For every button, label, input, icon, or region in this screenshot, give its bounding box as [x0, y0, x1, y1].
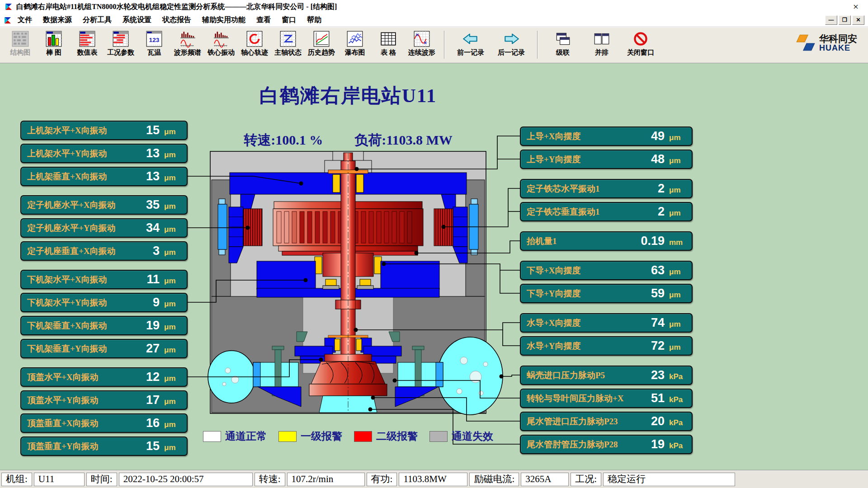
measurement-value: 74 [637, 316, 665, 330]
toolbar-button[interactable]: 历史趋势 [305, 30, 338, 57]
measurement-box[interactable]: 尾水管进口压力脉动P23 20 kPa [520, 412, 693, 431]
toolbar-button[interactable]: 数值表 [71, 30, 104, 57]
toolbar-separator [444, 31, 445, 59]
measurement-box[interactable]: 定子机座垂直+X向振动 3 μm [20, 241, 188, 261]
measurement-box[interactable]: 下机架垂直+Y向振动 27 μm [20, 339, 188, 358]
menu-item[interactable]: 窗口 [277, 14, 301, 26]
menu-item[interactable]: 分析工具 [78, 14, 117, 26]
menu-item[interactable]: 文件 [13, 14, 37, 26]
measurement-box[interactable]: 定子铁芯垂直振动1 2 μm [520, 202, 693, 221]
measurement-box[interactable]: 下导+Y向摆度 59 μm [520, 284, 693, 303]
measurement-box[interactable]: 尾水管肘管压力脉动P28 19 kPa [520, 435, 693, 454]
measurement-box[interactable]: 顶盖水平+Y向振动 17 μm [20, 390, 188, 410]
measurement-unit: μm [164, 124, 183, 136]
measurement-box[interactable]: 顶盖垂直+Y向振动 15 μm [20, 436, 188, 456]
legend-swatch [429, 431, 448, 442]
measurement-label: 尾水管肘管压力脉动P28 [527, 439, 637, 450]
measurement-box[interactable]: 顶盖垂直+X向振动 16 μm [20, 413, 188, 433]
menu-item[interactable]: 状态报告 [157, 14, 196, 26]
toolbar-button[interactable]: 主轴状态 [271, 30, 305, 57]
measurement-box[interactable]: 上机架水平+X向振动 15 μm [20, 121, 188, 140]
measurement-box[interactable]: 下机架垂直+X向振动 19 μm [20, 316, 188, 335]
measurement-unit: μm [164, 343, 183, 355]
toolbar-button[interactable]: 后一记录 [491, 30, 532, 57]
measurement-box[interactable]: 上机架垂直+X向振动 13 μm [20, 167, 188, 186]
toolbar-button[interactable]: 关闭窗口 [621, 30, 660, 57]
station-title: 白鹤滩右岸电站U11 [190, 83, 506, 109]
measurement-box[interactable]: 水导+X向摆度 74 μm [520, 313, 693, 333]
toolbar-button[interactable]: 瀑布图 [338, 30, 372, 57]
toolbar-button[interactable]: 铁心振动 [204, 30, 238, 57]
menu-item[interactable]: 查看 [251, 14, 276, 26]
status-value: 稳定运行 [603, 473, 735, 486]
toolbar-group-windows: 级联 并排 关闭窗口 [543, 30, 660, 57]
left-measurement-column: 上机架水平+X向振动 15 μm 上机架水平+Y向振动 13 μm 上机架垂直+… [20, 121, 188, 456]
measurement-box[interactable]: 下导+X向摆度 63 μm [520, 261, 693, 280]
measurement-box[interactable]: 抬机量1 0.19 mm [520, 231, 693, 251]
toolbar-button[interactable]: 123 瓦温 [137, 30, 171, 57]
toolbar-button[interactable]: 轴心轨迹 [238, 30, 271, 57]
toolbar-button[interactable]: 棒 图 [37, 30, 71, 57]
toolbar-button[interactable]: 波形频谱 [171, 30, 204, 57]
logo-name: 华科同安 [819, 34, 857, 44]
menu-item[interactable]: 帮助 [302, 14, 326, 26]
measurement-box[interactable]: 上导+X向摆度 49 μm [520, 127, 693, 146]
measurement-box[interactable]: 定子机座水平+X向振动 35 μm [20, 195, 188, 215]
toolbar-button[interactable]: 级联 [543, 30, 582, 57]
structure-icon [11, 30, 29, 48]
status-value: 2022-10-25 20:00:57 [119, 473, 253, 486]
legend-item: 一级报警 [278, 429, 342, 443]
measurement-value: 34 [132, 221, 160, 235]
measurement-box[interactable]: 转轮与导叶间压力脉动+X 51 kPa [520, 389, 693, 408]
measurement-value: 20 [637, 414, 665, 428]
toolbar-button[interactable]: 结构图 [4, 30, 37, 57]
menu-item[interactable]: 系统设置 [118, 14, 156, 26]
toolbar-button[interactable]: 并排 [582, 30, 621, 57]
legend-swatch [203, 431, 221, 442]
arrow-left-icon [462, 30, 480, 48]
measurement-box[interactable]: 水导+Y向摆度 72 μm [520, 336, 693, 356]
toolbar: 结构图 棒 图 数值表 工况参数 123 [0, 27, 868, 63]
measurement-label: 定子铁芯水平振动1 [527, 183, 637, 195]
measurement-box[interactable]: 下机架水平+Y向振动 9 μm [20, 293, 188, 312]
measurement-value: 13 [132, 169, 160, 183]
legend-item: 通道失效 [429, 429, 493, 443]
measurement-box[interactable]: 定子铁芯水平振动1 2 μm [520, 179, 693, 198]
document-icon [4, 16, 12, 24]
legend-item: 二级报警 [354, 429, 418, 443]
measurement-unit: μm [164, 394, 183, 406]
measurement-unit: μm [164, 199, 183, 211]
toolbar-button[interactable]: 工况参数 [104, 30, 137, 57]
measurement-box[interactable]: 下机架水平+X向振动 11 μm [20, 270, 188, 289]
restore-button[interactable]: ❐ [839, 15, 851, 25]
status-value: U11 [34, 473, 85, 486]
legend-swatch [354, 431, 372, 442]
measurement-value: 48 [637, 152, 665, 166]
menu-item[interactable]: 辅助实用功能 [197, 14, 250, 26]
menu-item[interactable]: 数据来源 [38, 14, 77, 26]
measurement-value: 15 [132, 123, 160, 137]
trend-icon [312, 30, 330, 48]
measurement-unit: μm [164, 147, 183, 160]
status-field: 有功: 1103.8MW [367, 473, 468, 486]
measurement-value: 16 [132, 416, 160, 430]
measurement-box[interactable]: 上机架水平+Y向振动 13 μm [20, 144, 188, 163]
closewin-icon [632, 30, 650, 48]
close-icon[interactable]: × [848, 1, 863, 13]
toolbar-button[interactable]: 连续波形 [405, 30, 439, 57]
legend-label: 通道正常 [225, 429, 267, 443]
window-title: 白鹤滩右岸电站#11机组TN8000水轮发电机组稳定性监测分析系统———北京华科… [16, 2, 337, 12]
close-window-button[interactable]: ✕ [852, 15, 864, 25]
measurement-box[interactable]: 顶盖水平+X向振动 12 μm [20, 367, 188, 387]
toolbar-separator [537, 31, 538, 59]
wave-icon [413, 30, 431, 48]
measurement-box[interactable]: 上导+Y向摆度 48 μm [520, 150, 693, 169]
measurement-unit: kPa [669, 415, 688, 427]
toolbar-button[interactable]: 前一记录 [450, 30, 491, 57]
measurement-box[interactable]: 蜗壳进口压力脉动P5 23 kPa [520, 366, 693, 385]
minimize-button[interactable]: — [825, 15, 837, 25]
status-label: 机组: [1, 473, 32, 486]
svg-text:123: 123 [149, 37, 160, 43]
toolbar-button[interactable]: 表 格 [372, 30, 405, 57]
measurement-box[interactable]: 定子机座水平+Y向振动 34 μm [20, 218, 188, 238]
